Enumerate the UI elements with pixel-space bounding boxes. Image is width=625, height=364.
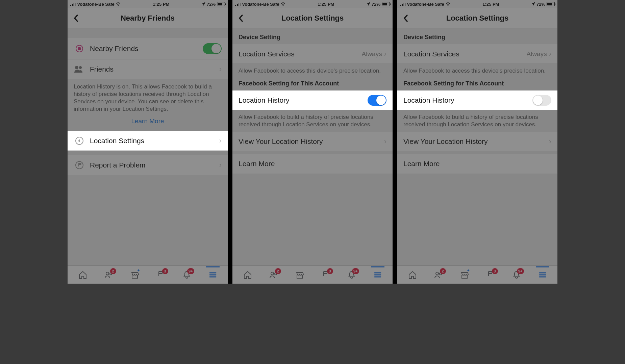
tab-home[interactable] — [240, 267, 255, 282]
location-settings-label: Location Settings — [90, 137, 219, 145]
tab-notifications-badge: 9+ — [352, 268, 359, 274]
page-title: Location Settings — [397, 14, 557, 23]
history-desc: Allow Facebook to build a history of pre… — [232, 110, 393, 132]
device-desc: Allow Facebook to access this device's p… — [397, 64, 557, 78]
nearby-friends-row[interactable]: Nearby Friends — [68, 38, 228, 59]
view-history-label: View Your Location History — [239, 137, 384, 146]
report-problem-row[interactable]: Report a Problem › — [68, 155, 228, 175]
page-title: Nearby Friends — [68, 14, 228, 23]
tab-home[interactable] — [405, 267, 420, 282]
screen-location-settings-on: Vodafone-Be Safe 1:25 PM 72% Location Se… — [232, 0, 393, 284]
nearby-friends-label: Nearby Friends — [90, 45, 203, 53]
signal-icon — [70, 2, 76, 6]
friends-row[interactable]: Friends › — [68, 59, 228, 79]
tab-notifications[interactable]: 9+ — [179, 267, 194, 282]
compass-icon — [74, 135, 85, 147]
status-bar: Vodafone-Be Safe 1:25 PM 72% — [68, 0, 228, 8]
status-right: 72% — [202, 2, 225, 7]
tab-friends-badge: 2 — [440, 268, 446, 274]
view-history-row[interactable]: View Your Location History › — [397, 132, 557, 151]
tab-menu[interactable] — [535, 267, 550, 282]
learn-more-row[interactable]: Learn More — [397, 154, 557, 174]
status-bar: Vodafone-Be Safe 1:25 PM 72% — [232, 0, 393, 8]
signal-icon — [400, 2, 406, 6]
carrier-label: Vodafone-Be Safe — [407, 2, 444, 7]
location-services-label: Location Services — [239, 50, 361, 58]
tab-marketplace[interactable]: ✦ — [127, 267, 142, 282]
tab-friends-badge: 2 — [110, 268, 116, 274]
battery-icon — [382, 2, 390, 6]
battery-pct-label: 72% — [536, 2, 545, 7]
carrier-label: Vodafone-Be Safe — [77, 2, 115, 7]
nav-header: Location Settings — [232, 8, 393, 28]
tab-marketplace[interactable]: ✦ — [457, 267, 472, 282]
tab-friends[interactable]: 2 — [431, 267, 446, 282]
location-services-row[interactable]: Location Services Always › — [232, 44, 393, 64]
chevron-right-icon: › — [219, 136, 222, 145]
battery-pct-label: 72% — [207, 2, 216, 7]
status-left: Vodafone-Be Safe — [70, 2, 121, 7]
chevron-right-icon: › — [384, 137, 386, 146]
location-icon — [531, 2, 535, 6]
report-icon — [74, 159, 85, 171]
chevron-right-icon: › — [549, 50, 551, 58]
tab-groups[interactable]: 3 — [318, 267, 333, 282]
device-setting-header: Device Setting — [232, 28, 393, 44]
tab-notifications[interactable]: 9+ — [344, 267, 359, 282]
location-history-row[interactable]: Location History — [397, 90, 557, 110]
location-services-row[interactable]: Location Services Always › — [397, 44, 557, 64]
three-panel-row: Vodafone-Be Safe 1:25 PM 72% Nearby Fr — [68, 0, 557, 284]
learn-more-label: Learn More — [239, 160, 386, 168]
location-history-toggle[interactable] — [532, 95, 551, 106]
friends-label: Friends — [90, 65, 219, 73]
tab-notifications-badge: 9+ — [187, 268, 194, 274]
tab-menu[interactable] — [205, 267, 220, 282]
screen-nearby-friends: Vodafone-Be Safe 1:25 PM 72% Nearby Fr — [68, 0, 228, 284]
history-desc: Allow Facebook to build a history of pre… — [397, 110, 557, 132]
location-services-label: Location Services — [403, 50, 526, 58]
wifi-icon — [281, 2, 285, 6]
sparkle-icon: ✦ — [467, 268, 470, 273]
tab-marketplace[interactable] — [292, 267, 307, 282]
chevron-right-icon: › — [219, 161, 222, 170]
tab-friends[interactable]: 2 — [266, 267, 281, 282]
friends-icon — [74, 63, 85, 75]
location-history-info: Location History is on. This allows Face… — [68, 79, 228, 115]
target-icon — [74, 43, 85, 54]
tab-groups-badge: 3 — [492, 268, 498, 274]
nav-header: Location Settings — [397, 8, 557, 28]
tab-groups[interactable]: 3 — [483, 267, 498, 282]
signal-icon — [235, 2, 241, 6]
location-history-row[interactable]: Location History — [232, 90, 393, 110]
content-area: Nearby Friends Friends › Location Histor… — [68, 28, 228, 265]
page-title: Location Settings — [232, 14, 393, 23]
chevron-right-icon: › — [549, 137, 551, 146]
fb-setting-header: Facebook Setting for This Account — [397, 78, 557, 90]
tab-menu[interactable] — [370, 267, 385, 282]
content-area: Device Setting Location Services Always … — [397, 28, 557, 265]
tab-bar: 2 3 9+ — [232, 265, 393, 284]
tab-notifications[interactable]: 9+ — [509, 267, 524, 282]
tab-home[interactable] — [75, 267, 90, 282]
learn-more-row[interactable]: Learn More — [232, 154, 393, 174]
location-history-label: Location History — [403, 96, 532, 104]
clock-label: 1:25 PM — [153, 2, 169, 7]
location-history-label: Location History — [239, 96, 368, 104]
view-history-row[interactable]: View Your Location History › — [232, 132, 393, 151]
chevron-right-icon: › — [219, 65, 222, 74]
tab-friends[interactable]: 2 — [101, 267, 116, 282]
learn-more-link[interactable]: Learn More — [68, 115, 228, 131]
location-history-toggle[interactable] — [368, 95, 386, 106]
nearby-friends-toggle[interactable] — [203, 43, 222, 54]
nav-header: Nearby Friends — [68, 8, 228, 28]
screen-location-settings-off: Vodafone-Be Safe 1:25 PM 72% Location Se… — [397, 0, 557, 284]
tab-friends-badge: 2 — [275, 268, 281, 274]
status-bar: Vodafone-Be Safe 1:25 PM 72% — [397, 0, 557, 8]
clock-label: 1:25 PM — [482, 2, 499, 7]
tab-bar: 2 ✦ 3 9+ — [397, 265, 557, 284]
carrier-label: Vodafone-Be Safe — [242, 2, 279, 7]
tab-groups[interactable]: 3 — [153, 267, 168, 282]
learn-more-label: Learn More — [403, 160, 551, 168]
location-settings-row[interactable]: Location Settings › — [68, 131, 228, 151]
chevron-right-icon: › — [384, 50, 386, 58]
